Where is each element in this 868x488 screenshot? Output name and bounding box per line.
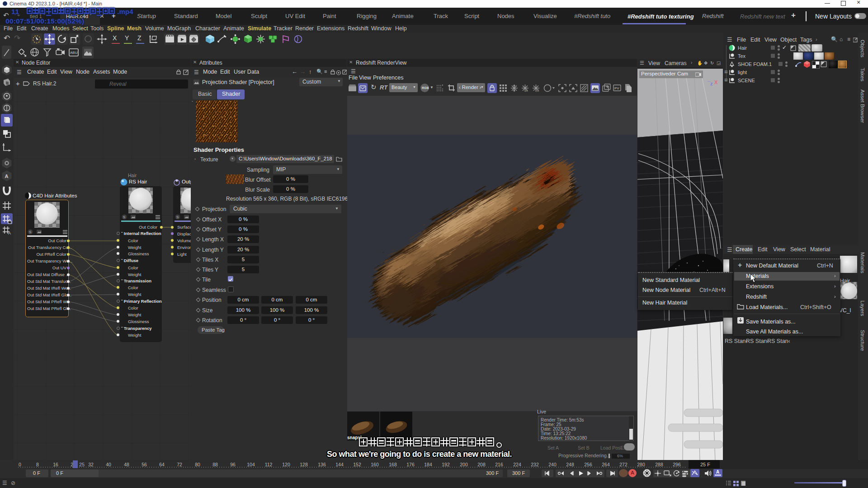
svg-text:G: G <box>537 89 539 92</box>
svg-text:S: S <box>29 230 31 234</box>
svg-text:S: S <box>176 215 179 219</box>
svg-text:S: S <box>123 215 125 219</box>
svg-text:A: A <box>526 89 528 92</box>
svg-text:A: A <box>8 231 11 235</box>
svg-text:A: A <box>5 174 9 179</box>
svg-text:ABU: ABU <box>70 51 78 55</box>
svg-text:PV: PV <box>614 86 619 90</box>
